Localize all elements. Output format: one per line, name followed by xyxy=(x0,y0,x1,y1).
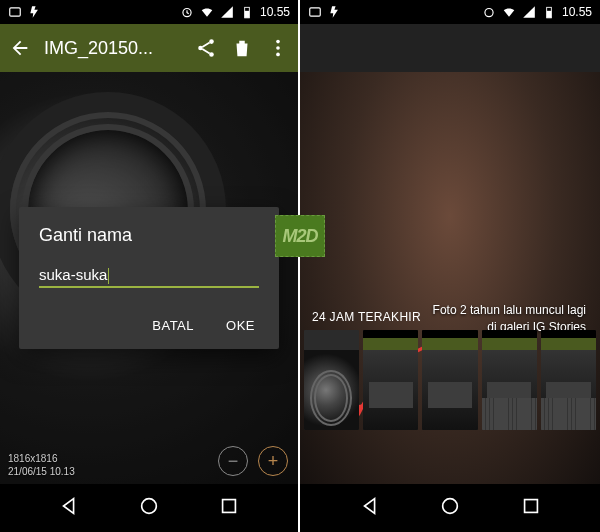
svg-rect-0 xyxy=(10,8,21,16)
cast-icon xyxy=(308,5,322,19)
svg-point-9 xyxy=(276,53,280,57)
zoom-in-button[interactable]: + xyxy=(258,446,288,476)
photo-date: 21/06/15 10.13 xyxy=(8,465,75,478)
svg-rect-18 xyxy=(524,500,537,513)
gallery-thumbnail[interactable] xyxy=(422,330,477,430)
status-bar: 10.55 xyxy=(0,0,298,24)
back-icon[interactable] xyxy=(8,36,32,60)
filename-input[interactable]: suka-suka xyxy=(39,264,259,288)
wifi-icon xyxy=(200,5,214,19)
signal-icon xyxy=(522,5,536,19)
bolt-icon xyxy=(28,5,42,19)
wifi-icon xyxy=(502,5,516,19)
svg-rect-3 xyxy=(245,11,250,18)
nav-bar xyxy=(0,484,298,532)
alarm-icon xyxy=(482,5,496,19)
zoom-out-button[interactable]: − xyxy=(218,446,248,476)
gallery-section-label: 24 JAM TERAKHIR xyxy=(312,310,421,324)
dialog-title: Ganti nama xyxy=(39,225,259,246)
nav-back-icon[interactable] xyxy=(359,495,381,521)
bolt-icon xyxy=(328,5,342,19)
signal-icon xyxy=(220,5,234,19)
ok-button[interactable]: OKE xyxy=(222,312,259,339)
photo-metadata: 1816x1816 21/06/15 10.13 xyxy=(8,452,75,478)
photo-viewer[interactable]: Ganti nama suka-suka BATAL OKE 1816x1816… xyxy=(0,72,298,484)
nav-recent-icon[interactable] xyxy=(520,495,542,521)
gallery-thumbnail[interactable] xyxy=(541,330,596,430)
gallery-thumbnail[interactable] xyxy=(304,330,359,430)
appbar-title: IMG_20150... xyxy=(44,38,182,59)
app-bar: IMG_20150... xyxy=(0,24,298,72)
gallery-thumbnail[interactable] xyxy=(482,330,537,430)
cancel-button[interactable]: BATAL xyxy=(148,312,198,339)
alarm-icon xyxy=(180,5,194,19)
svg-point-10 xyxy=(142,499,157,514)
share-icon[interactable] xyxy=(194,36,218,60)
ig-gallery-preview[interactable]: Foto 2 tahun lalu muncul lagi di galeri … xyxy=(300,72,600,484)
nav-home-icon[interactable] xyxy=(439,495,461,521)
cast-icon xyxy=(8,5,22,19)
watermark-badge: M2D xyxy=(275,215,325,257)
svg-point-8 xyxy=(276,46,280,50)
battery-icon xyxy=(240,5,254,19)
phone-screen-right: 10.55 Foto 2 tahun lalu muncul lagi di g… xyxy=(300,0,600,532)
nav-back-icon[interactable] xyxy=(58,495,80,521)
nav-home-icon[interactable] xyxy=(138,495,160,521)
rename-dialog: Ganti nama suka-suka BATAL OKE xyxy=(19,207,279,349)
overflow-icon[interactable] xyxy=(266,36,290,60)
status-time: 10.55 xyxy=(562,5,592,19)
gallery-thumbnail-row[interactable] xyxy=(300,330,600,430)
svg-rect-15 xyxy=(547,11,552,18)
trash-icon[interactable] xyxy=(230,36,254,60)
gallery-thumbnail[interactable] xyxy=(363,330,418,430)
dialog-scrim: Ganti nama suka-suka BATAL OKE xyxy=(0,72,298,484)
svg-point-7 xyxy=(276,40,280,44)
photo-dimensions: 1816x1816 xyxy=(8,452,75,465)
svg-rect-12 xyxy=(310,8,321,16)
svg-rect-11 xyxy=(223,500,236,513)
svg-point-13 xyxy=(485,9,493,17)
nav-recent-icon[interactable] xyxy=(218,495,240,521)
battery-icon xyxy=(542,5,556,19)
svg-point-17 xyxy=(443,499,458,514)
phone-screen-left: 10.55 IMG_20150... Ganti nama suka-suka … xyxy=(0,0,300,532)
nav-bar xyxy=(300,484,600,532)
status-bar: 10.55 xyxy=(300,0,600,24)
status-time: 10.55 xyxy=(260,5,290,19)
